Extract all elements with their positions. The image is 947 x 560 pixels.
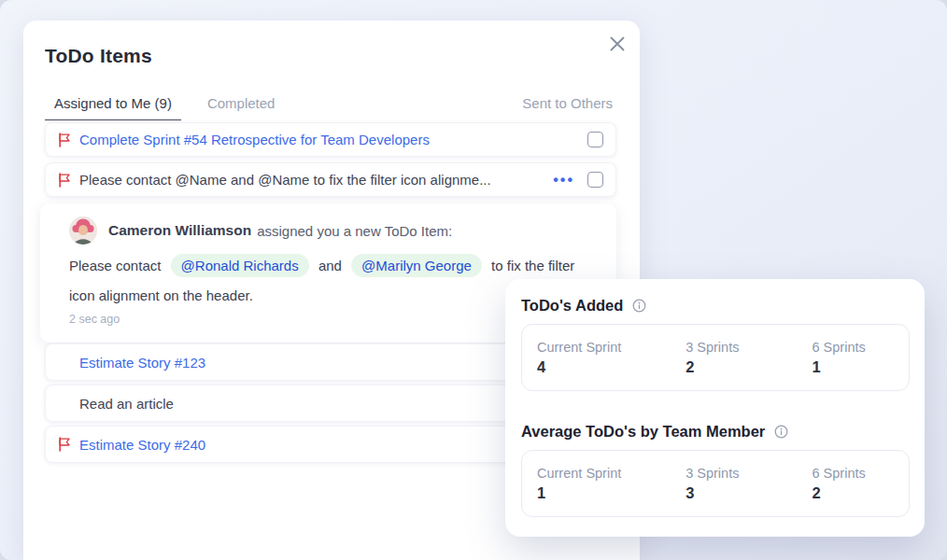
todo-checkbox[interactable] (587, 132, 603, 147)
flag-icon (58, 173, 79, 188)
todo-item-title[interactable]: Complete Sprint #54 Retrospective for Te… (79, 132, 587, 147)
info-icon (774, 425, 788, 439)
info-button[interactable] (632, 299, 646, 313)
mention-chip[interactable]: @Marilyn George (351, 254, 482, 277)
close-icon (610, 36, 625, 51)
info-button[interactable] (774, 425, 788, 439)
mention-chip[interactable]: @Ronald Richards (171, 254, 309, 277)
metrics-box: Current Sprint 4 3 Sprints 2 6 Sprints 1 (521, 324, 910, 391)
metric-label: 3 Sprints (686, 340, 812, 355)
metric-label: Current Sprint (537, 340, 686, 355)
stats-section-average-todos: Average ToDo's by Team Member Current Sp… (521, 423, 910, 517)
info-icon (632, 299, 646, 313)
metric-value: 3 (686, 484, 812, 502)
todo-list-top: Complete Sprint #54 Retrospective for Te… (45, 122, 616, 203)
author-name: Cameron Williamson (108, 222, 251, 239)
tab-sent-to-others[interactable]: Sent to Others (513, 95, 613, 119)
metric-value: 4 (537, 358, 686, 376)
metric: 3 Sprints 2 (686, 340, 812, 376)
metric-label: 6 Sprints (813, 340, 909, 355)
metric-label: Current Sprint (537, 466, 686, 481)
metric-value: 2 (813, 484, 909, 502)
more-options-icon[interactable]: ••• (553, 172, 574, 189)
modal-title: ToDo Items (45, 45, 152, 67)
flag-icon (58, 133, 79, 147)
tab-completed[interactable]: Completed (198, 95, 285, 119)
metric: 6 Sprints 2 (813, 466, 909, 502)
message-prefix: Please contact (69, 258, 161, 273)
metric: 6 Sprints 1 (813, 340, 909, 376)
detail-header: Cameron Williamson assigned you a new To… (69, 217, 452, 245)
stats-panel: ToDo's Added Current Sprint 4 3 Sprints … (505, 279, 925, 537)
todo-checkbox[interactable] (587, 172, 603, 188)
todo-item-row[interactable]: Complete Sprint #54 Retrospective for Te… (45, 122, 616, 157)
metrics-box: Current Sprint 1 3 Sprints 3 6 Sprints 2 (521, 450, 910, 517)
metric-value: 1 (537, 484, 686, 502)
metric-value: 1 (813, 358, 909, 376)
metric: Current Sprint 1 (537, 466, 686, 502)
tab-bar: Assigned to Me (9) Completed Sent to Oth… (45, 95, 613, 120)
stats-section-title: Average ToDo's by Team Member (521, 423, 765, 441)
stats-section-title: ToDo's Added (521, 297, 623, 315)
avatar (69, 217, 97, 245)
metric-label: 6 Sprints (813, 466, 909, 481)
stats-section-todos-added: ToDo's Added Current Sprint 4 3 Sprints … (521, 297, 910, 391)
detail-action-text: assigned you a new ToDo Item: (257, 223, 452, 239)
timestamp: 2 sec ago (69, 313, 120, 326)
metric-label: 3 Sprints (686, 466, 812, 481)
todo-item-row[interactable]: Please contact @Name and @Name to fix th… (45, 162, 616, 197)
message-conjunction: and (318, 258, 342, 273)
todo-item-title: Please contact @Name and @Name to fix th… (79, 172, 553, 188)
metric-value: 2 (686, 358, 812, 376)
metric: 3 Sprints 3 (686, 466, 812, 502)
app-background: ToDo Items Assigned to Me (9) Completed … (0, 0, 947, 560)
close-button[interactable] (601, 28, 633, 60)
metric: Current Sprint 4 (537, 340, 686, 376)
flag-icon (58, 437, 79, 452)
tab-assigned-to-me[interactable]: Assigned to Me (9) (45, 95, 181, 120)
